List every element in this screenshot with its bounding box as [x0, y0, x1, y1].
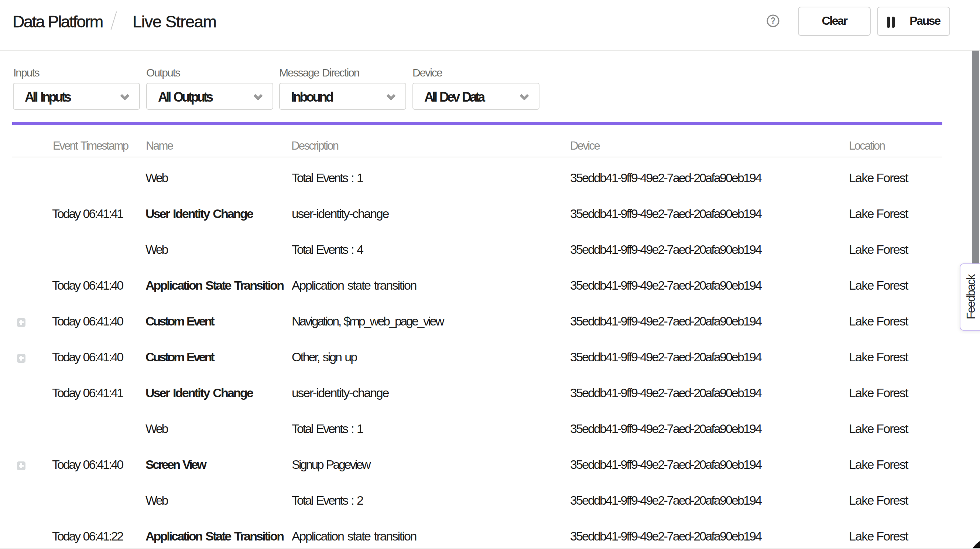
svg-text:?: ? [770, 16, 775, 26]
